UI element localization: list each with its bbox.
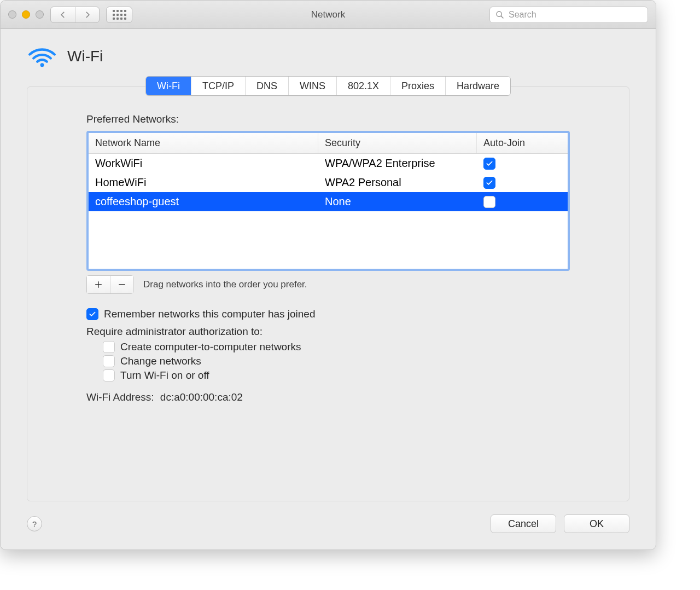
nav-back-forward [50, 7, 100, 23]
cell-network-name: coffeeshop-guest [89, 192, 318, 211]
wifi-address-label: Wi-Fi Address: [86, 391, 154, 403]
toggle-label: Turn Wi-Fi on or off [120, 369, 209, 381]
minimize-icon[interactable] [22, 10, 30, 19]
help-button[interactable]: ? [27, 516, 42, 531]
svg-point-2 [40, 63, 44, 67]
chevron-right-icon [84, 11, 91, 19]
forward-button[interactable] [75, 7, 99, 22]
header: Wi-Fi [1, 29, 656, 74]
cancel-button[interactable]: Cancel [491, 514, 556, 533]
toggle-row[interactable]: Turn Wi-Fi on or off [103, 369, 570, 381]
remember-label: Remember networks this computer has join… [104, 308, 316, 320]
check-icon [89, 310, 96, 318]
tab-8021x[interactable]: 802.1X [336, 77, 390, 95]
footer: ? Cancel OK [1, 514, 656, 549]
search-input[interactable] [509, 10, 642, 20]
autojoin-checkbox[interactable] [483, 196, 495, 208]
cell-security: None [318, 192, 477, 211]
grid-icon [113, 10, 126, 20]
preferred-networks-table[interactable]: Network Name Security Auto-Join WorkWiFi… [86, 131, 570, 271]
cell-security: WPA2 Personal [318, 173, 477, 192]
create-row[interactable]: Create computer-to-computer networks [103, 341, 570, 353]
close-icon[interactable] [8, 10, 16, 19]
create-checkbox[interactable] [103, 341, 115, 353]
col-network-name[interactable]: Network Name [89, 133, 318, 153]
help-icon: ? [32, 519, 37, 529]
cell-autojoin [477, 193, 568, 211]
cell-autojoin [477, 154, 568, 173]
remember-row[interactable]: Remember networks this computer has join… [86, 308, 570, 320]
table-header: Network Name Security Auto-Join [89, 133, 568, 154]
col-security[interactable]: Security [318, 133, 477, 153]
minus-icon [118, 280, 126, 289]
remember-checkbox[interactable] [86, 308, 98, 320]
toggle-checkbox[interactable] [103, 369, 115, 381]
wifi-address-value: dc:a0:00:00:ca:02 [160, 391, 243, 403]
search-icon [495, 10, 504, 19]
titlebar: Network [1, 1, 656, 29]
show-all-button[interactable] [106, 7, 132, 23]
autojoin-checkbox[interactable] [483, 177, 495, 189]
cell-autojoin [477, 173, 568, 192]
remove-network-button[interactable] [110, 276, 133, 293]
tab-hardware[interactable]: Hardware [445, 77, 510, 95]
plus-icon [94, 280, 103, 289]
cell-network-name: WorkWiFi [89, 154, 318, 173]
change-row[interactable]: Change networks [103, 355, 570, 367]
autojoin-checkbox[interactable] [483, 158, 495, 170]
tab-proxies[interactable]: Proxies [390, 77, 445, 95]
create-label: Create computer-to-computer networks [120, 341, 301, 353]
preferred-networks-label: Preferred Networks: [86, 113, 570, 125]
table-tools: Drag networks into the order you prefer. [86, 275, 570, 294]
tab-wins[interactable]: WINS [288, 77, 336, 95]
col-autojoin[interactable]: Auto-Join [477, 133, 568, 153]
add-remove-segment [86, 275, 133, 294]
options: Remember networks this computer has join… [86, 308, 570, 403]
zoom-icon[interactable] [36, 10, 44, 19]
page-title: Wi-Fi [67, 48, 103, 65]
wifi-address: Wi-Fi Address: dc:a0:00:00:ca:02 [86, 391, 570, 403]
traffic-lights [8, 10, 44, 19]
search-field[interactable] [489, 7, 648, 23]
require-admin-label: Require administrator authorization to: [86, 326, 570, 338]
table-row[interactable]: WorkWiFiWPA/WPA2 Enterprise [89, 154, 568, 173]
tab-tcpip[interactable]: TCP/IP [191, 77, 245, 95]
wifi-icon [27, 44, 57, 68]
cell-security: WPA/WPA2 Enterprise [318, 154, 477, 173]
drag-hint: Drag networks into the order you prefer. [143, 279, 307, 290]
chevron-left-icon [59, 11, 67, 19]
change-checkbox[interactable] [103, 355, 115, 367]
change-label: Change networks [120, 355, 201, 367]
svg-line-1 [501, 16, 503, 18]
table-row[interactable]: HomeWiFiWPA2 Personal [89, 173, 568, 192]
tab-wifi[interactable]: Wi-Fi [146, 77, 191, 95]
cell-network-name: HomeWiFi [89, 173, 318, 192]
check-icon [486, 179, 493, 187]
wifi-panel: Preferred Networks: Network Name Securit… [27, 86, 629, 501]
ok-button[interactable]: OK [564, 514, 629, 533]
tab-bar: Wi-FiTCP/IPDNSWINS802.1XProxiesHardware [1, 76, 656, 96]
tab-dns[interactable]: DNS [245, 77, 288, 95]
table-row[interactable]: coffeeshop-guestNone [89, 192, 568, 211]
add-network-button[interactable] [87, 276, 110, 293]
check-icon [486, 160, 493, 167]
network-preferences-window: Network Wi-Fi Wi-FiTCP/IPDNSWINS802.1XPr… [0, 0, 656, 550]
back-button[interactable] [51, 7, 75, 22]
